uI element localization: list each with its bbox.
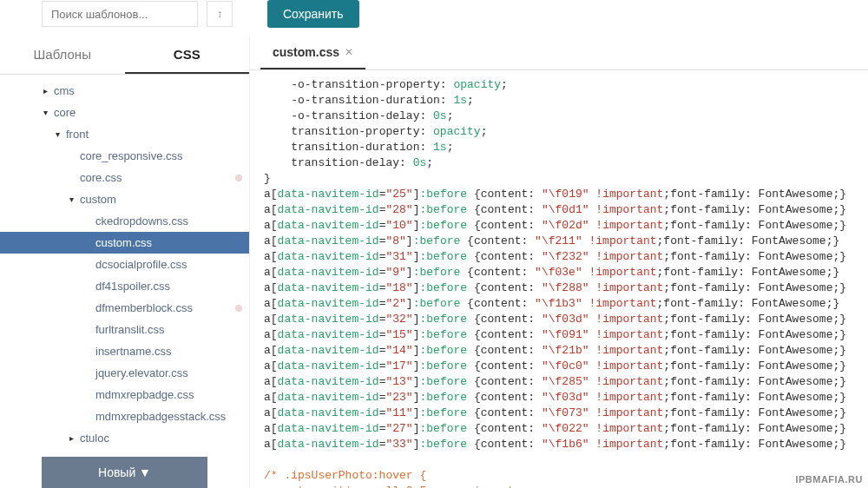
- tree-item-label: furltranslit.css: [95, 323, 164, 336]
- tree-item-label: core_responsive.css: [80, 149, 183, 162]
- tree-item[interactable]: furltranslit.css: [0, 319, 249, 340]
- save-button[interactable]: Сохранить: [267, 0, 359, 28]
- tree-item-label: insertname.css: [95, 345, 171, 358]
- tree-item[interactable]: mdmxrepbadge.css: [0, 384, 249, 406]
- tree-item-label: cms: [54, 84, 75, 97]
- arrow-icon: ▸: [40, 86, 50, 96]
- modified-indicator-icon: [235, 305, 242, 312]
- tree-item-label: mdmxrepbadgesstack.css: [95, 410, 226, 423]
- tree-item-label: ctuloc: [80, 432, 109, 445]
- arrow-icon: ▸: [66, 433, 76, 443]
- sidebar-tabs: Шаблоны CSS: [0, 36, 249, 75]
- new-button[interactable]: Новый ▼: [42, 457, 207, 488]
- file-tab-label: custom.css: [273, 45, 339, 59]
- tree-item-label: front: [66, 128, 89, 141]
- tree-item[interactable]: df41spoiler.css: [0, 275, 249, 297]
- tree-item-label: mdmxrepbadge.css: [95, 388, 194, 401]
- tree-item[interactable]: mdmxrepbadgesstack.css: [0, 406, 249, 427]
- sidebar: Шаблоны CSS ▸cms▾core▾frontcore_responsi…: [0, 36, 250, 488]
- arrow-icon: ▾: [40, 108, 50, 117]
- new-button-wrap: Новый ▼: [0, 448, 249, 488]
- tree-item[interactable]: core.css: [0, 167, 249, 188]
- tree-item-label: ckedropdowns.css: [95, 214, 188, 228]
- tree-item[interactable]: ▾custom: [0, 188, 249, 210]
- tree-item[interactable]: dfmemberblock.css: [0, 297, 249, 319]
- watermark: IPBMAFIA.RU: [795, 474, 863, 485]
- tree-item-label: custom: [80, 193, 116, 206]
- tree-item[interactable]: core_responsive.css: [0, 145, 249, 167]
- tree-item[interactable]: ckedropdowns.css: [0, 210, 249, 232]
- tree-item[interactable]: ▾core: [0, 102, 249, 123]
- tree-item[interactable]: insertname.css: [0, 340, 249, 362]
- tab-templates[interactable]: Шаблоны: [0, 36, 125, 74]
- file-tab-custom-css[interactable]: custom.css ✕: [260, 36, 365, 69]
- tree-item-label: core.css: [80, 171, 122, 184]
- toolbar: ↕ Сохранить: [0, 0, 868, 36]
- tree-item[interactable]: ▾front: [0, 123, 249, 145]
- main: Шаблоны CSS ▸cms▾core▾frontcore_responsi…: [0, 36, 868, 488]
- file-tree[interactable]: ▸cms▾core▾frontcore_responsive.csscore.c…: [0, 75, 249, 448]
- tree-item[interactable]: custom.css: [0, 232, 249, 254]
- tab-css[interactable]: CSS: [125, 36, 250, 74]
- editor-area: custom.css ✕ -o-transition-property: opa…: [250, 36, 868, 488]
- arrow-icon: ▾: [52, 129, 62, 139]
- tree-item-label: df41spoiler.css: [95, 280, 170, 293]
- tree-item-label: dcsocialprofile.css: [95, 258, 187, 271]
- tree-item-label: core: [54, 106, 76, 119]
- code-editor[interactable]: -o-transition-property: opacity; -o-tran…: [250, 70, 868, 488]
- sort-button[interactable]: ↕: [207, 1, 233, 27]
- tree-item[interactable]: ▸ctuloc: [0, 427, 249, 448]
- modified-indicator-icon: [235, 175, 242, 181]
- tree-item[interactable]: ▸cms: [0, 80, 249, 102]
- tree-item-label: custom.css: [95, 236, 152, 249]
- arrow-icon: ▾: [66, 195, 76, 204]
- file-tabs: custom.css ✕: [250, 36, 868, 70]
- close-icon[interactable]: ✕: [345, 46, 353, 58]
- tree-item-label: dfmemberblock.css: [95, 301, 193, 314]
- tree-item[interactable]: dcsocialprofile.css: [0, 254, 249, 275]
- tree-item[interactable]: jquery.elevator.css: [0, 362, 249, 384]
- tree-item-label: jquery.elevator.css: [95, 366, 188, 379]
- search-input[interactable]: [42, 1, 198, 27]
